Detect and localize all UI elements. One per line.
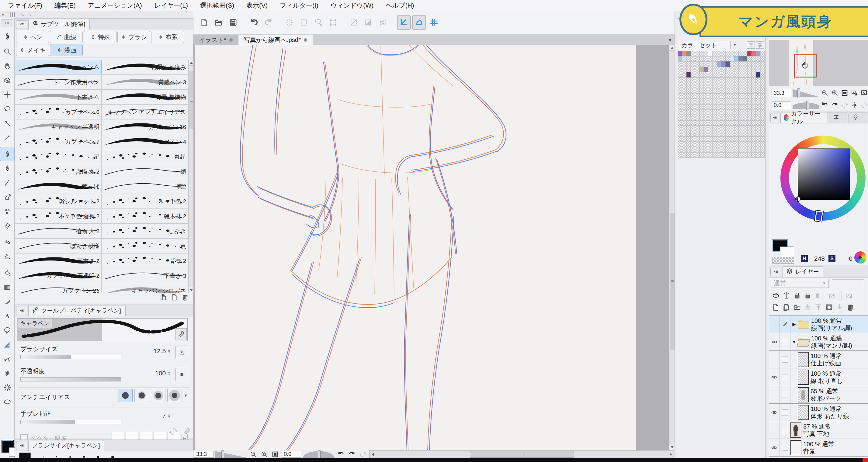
empty-swatch[interactable]: [700, 142, 704, 147]
empty-swatch[interactable]: [695, 142, 699, 147]
empty-swatch[interactable]: [725, 88, 730, 94]
scroll-down-icon[interactable]: [189, 287, 194, 293]
color-mode-toggle-icon[interactable]: [854, 251, 866, 264]
empty-swatch[interactable]: [730, 83, 734, 89]
empty-swatch[interactable]: [704, 99, 708, 104]
empty-swatch[interactable]: [678, 77, 682, 83]
color-swatch[interactable]: [751, 51, 756, 56]
empty-swatch[interactable]: [700, 77, 704, 83]
empty-swatch[interactable]: [738, 120, 743, 126]
select-area-button[interactable]: [298, 15, 310, 30]
empty-swatch[interactable]: [751, 131, 756, 136]
empty-swatch[interactable]: [678, 61, 682, 67]
empty-swatch[interactable]: [717, 131, 721, 136]
empty-swatch[interactable]: [760, 72, 765, 77]
empty-swatch[interactable]: [721, 152, 725, 158]
reset-view-icon[interactable]: [860, 101, 868, 109]
不透明度-button[interactable]: [176, 368, 188, 381]
empty-swatch[interactable]: [747, 83, 751, 89]
navigator-preview[interactable]: [769, 40, 868, 86]
empty-swatch[interactable]: [730, 136, 734, 142]
color-swatch[interactable]: [743, 56, 747, 62]
empty-swatch[interactable]: [760, 131, 765, 136]
maskicon-button[interactable]: [825, 303, 833, 313]
empty-swatch[interactable]: [682, 136, 686, 142]
color-swatch[interactable]: [700, 67, 704, 72]
empty-swatch[interactable]: [695, 131, 699, 136]
text-tool[interactable]: A: [0, 309, 14, 323]
empty-swatch[interactable]: [730, 77, 734, 83]
empty-swatch[interactable]: [678, 99, 682, 104]
empty-swatch[interactable]: [717, 152, 721, 158]
layer-visibility-toggle[interactable]: [769, 316, 780, 333]
empty-swatch[interactable]: [725, 99, 730, 104]
layer-checkbox[interactable]: [780, 404, 790, 421]
empty-swatch[interactable]: [721, 147, 725, 153]
empty-swatch[interactable]: [734, 88, 738, 94]
color-swatch[interactable]: [717, 61, 721, 67]
empty-swatch[interactable]: [682, 99, 686, 104]
empty-swatch[interactable]: [730, 99, 734, 104]
empty-swatch[interactable]: [686, 99, 691, 104]
empty-swatch[interactable]: [721, 51, 725, 56]
brush-カブラペン 16[interactable]: カブラペン 16: [101, 120, 188, 134]
empty-swatch[interactable]: [721, 120, 725, 126]
empty-swatch[interactable]: [682, 67, 686, 72]
empty-swatch[interactable]: [760, 142, 765, 147]
empty-swatch[interactable]: [686, 67, 691, 72]
empty-swatch[interactable]: [717, 67, 721, 72]
empty-swatch[interactable]: [738, 99, 743, 104]
empty-swatch[interactable]: [704, 83, 708, 89]
empty-swatch[interactable]: [700, 51, 704, 56]
subtool-tab[interactable]: サブツール[鉛筆]: [28, 19, 90, 30]
empty-swatch[interactable]: [678, 110, 682, 115]
empty-swatch[interactable]: [686, 104, 691, 110]
empty-swatch[interactable]: [756, 131, 760, 136]
empty-swatch[interactable]: [708, 131, 712, 136]
empty-swatch[interactable]: [700, 110, 704, 115]
color-swatch[interactable]: [747, 51, 751, 56]
empty-swatch[interactable]: [678, 147, 682, 153]
brush-下書き 2[interactable]: 下書き 2: [15, 254, 101, 268]
empty-swatch[interactable]: [730, 110, 734, 115]
empty-swatch[interactable]: [730, 131, 734, 136]
empty-swatch[interactable]: [756, 56, 760, 62]
empty-swatch[interactable]: [747, 115, 751, 120]
gradient-tool[interactable]: [0, 280, 14, 295]
prev-panel-icon[interactable]: ‹: [29, 12, 31, 17]
color-swatch[interactable]: [678, 56, 682, 62]
color-swatch[interactable]: [708, 51, 712, 56]
empty-swatch[interactable]: [725, 126, 730, 131]
empty-swatch[interactable]: [691, 147, 695, 153]
empty-swatch[interactable]: [704, 94, 708, 99]
zoom-in-icon[interactable]: [260, 451, 269, 458]
brush-カブラペン 不透明 2[interactable]: カブラペン 不透明 2: [15, 268, 101, 283]
color-swatch[interactable]: [756, 51, 760, 56]
fit-window-icon[interactable]: [860, 89, 868, 97]
empty-swatch[interactable]: [747, 67, 751, 72]
empty-swatch[interactable]: [760, 94, 765, 99]
redo-button[interactable]: [262, 15, 275, 30]
empty-swatch[interactable]: [704, 147, 708, 153]
empty-swatch[interactable]: [756, 104, 760, 110]
empty-swatch[interactable]: [691, 72, 695, 77]
empty-swatch[interactable]: [730, 104, 734, 110]
empty-swatch[interactable]: [695, 147, 699, 153]
layer-row-写真 下地[interactable]: 37 % 通常写真 下地: [769, 421, 868, 439]
empty-swatch[interactable]: [717, 104, 721, 110]
color-set-select[interactable]: カラーセット: [679, 41, 731, 49]
empty-swatch[interactable]: [700, 104, 704, 110]
layer-row-線画(マンガ調)[interactable]: ▼100 % 通過線画(マンガ調): [769, 333, 868, 351]
empty-swatch[interactable]: [734, 142, 738, 147]
empty-swatch[interactable]: [738, 61, 743, 67]
subtool-group-メイキ[interactable]: メイキ: [16, 44, 49, 56]
layer-row-仕上げ線画[interactable]: 100 % 通常仕上げ線画: [769, 351, 868, 368]
auto-select-tool[interactable]: [0, 116, 14, 130]
empty-swatch[interactable]: [682, 131, 686, 136]
empty-swatch[interactable]: [695, 120, 699, 126]
brush-size-preset[interactable]: [97, 456, 99, 458]
empty-swatch[interactable]: [730, 147, 734, 153]
brush-葉2[interactable]: 葉2: [101, 179, 188, 193]
empty-swatch[interactable]: [708, 56, 712, 62]
empty-swatch[interactable]: [738, 88, 743, 94]
